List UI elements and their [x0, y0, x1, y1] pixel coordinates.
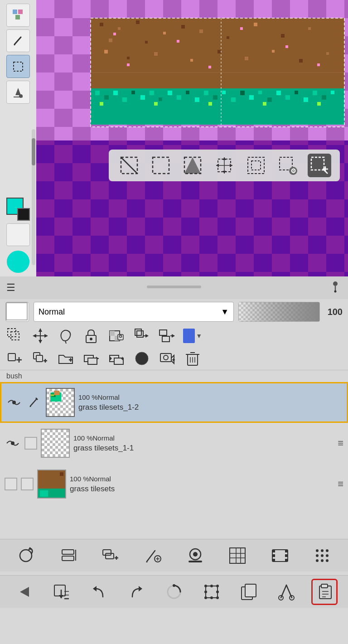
color-mode-btn[interactable]: ▼ — [183, 326, 202, 345]
transform-icon[interactable] — [31, 326, 50, 345]
layer-menu-btn-1[interactable]: ≡ — [338, 437, 343, 449]
merge-icon[interactable] — [132, 326, 151, 345]
svg-rect-180 — [230, 548, 245, 563]
film-btn[interactable] — [267, 542, 293, 569]
svg-line-83 — [121, 157, 137, 174]
dots-grid-btn[interactable] — [309, 542, 335, 569]
svg-rect-56 — [258, 91, 262, 94]
svg-rect-41 — [122, 97, 127, 102]
svg-marker-160 — [29, 406, 31, 407]
layers-btn[interactable] — [55, 542, 81, 569]
paste-btn[interactable] — [311, 579, 338, 605]
add-layer-btn[interactable] — [5, 349, 24, 368]
svg-point-162 — [11, 441, 14, 445]
select-mask-btn[interactable] — [181, 154, 204, 177]
svg-rect-187 — [272, 554, 275, 557]
layer-checkbox-2a[interactable] — [5, 478, 17, 490]
tool-arrow[interactable] — [6, 4, 30, 27]
screenshot-btn[interactable] — [158, 349, 177, 368]
layer-info-0: 100 %Normal grass tilesets_1-2 — [78, 393, 342, 412]
svg-rect-29 — [326, 52, 329, 55]
delete-layer-btn[interactable] — [183, 349, 202, 368]
blend-mode-label: Normal — [39, 307, 65, 317]
svg-rect-130 — [8, 353, 15, 361]
tool-select-rect[interactable] — [6, 55, 30, 78]
open-folder-btn[interactable] — [56, 349, 75, 368]
add-3d-layer-btn[interactable] — [31, 349, 50, 368]
color-indicator[interactable] — [6, 198, 30, 221]
svg-rect-50 — [204, 91, 208, 95]
svg-rect-66 — [154, 102, 158, 106]
layer-info-1: 100 %Normal grass tilesets_1-1 — [73, 434, 334, 453]
select-layer-icon[interactable] — [5, 326, 24, 345]
merge2-icon[interactable] — [158, 326, 177, 345]
copy-to-layer-btn[interactable] — [107, 349, 126, 368]
svg-rect-64 — [331, 91, 334, 94]
pen-settings-btn[interactable] — [140, 542, 166, 569]
stamp-btn[interactable] — [182, 542, 208, 569]
svg-marker-110 — [39, 328, 42, 332]
drag-handle[interactable] — [147, 286, 201, 288]
back-btn[interactable] — [10, 579, 37, 605]
svg-point-163 — [20, 550, 32, 562]
svg-point-196 — [321, 554, 324, 557]
blend-layers-btn[interactable] — [97, 542, 124, 569]
layer-item-grass-tilesets[interactable]: 100 %Normal grass tilesets ≡ — [0, 464, 348, 504]
size-slider[interactable] — [32, 129, 35, 265]
layer-visibility-btn-1[interactable] — [5, 435, 21, 451]
tool-fill[interactable] — [6, 81, 30, 104]
svg-rect-34 — [127, 63, 130, 66]
svg-rect-21 — [104, 50, 108, 53]
layer-visibility-btn-0[interactable] — [6, 394, 22, 411]
select-shrink-btn[interactable] — [244, 154, 268, 177]
layer-item-grass-1-2[interactable]: 100 %Normal grass tilesets_1-2 — [0, 382, 348, 423]
layer-color-btn[interactable] — [5, 302, 29, 322]
layer-checkbox-2b[interactable] — [21, 478, 34, 490]
svg-rect-36 — [317, 63, 320, 66]
eyedropper-btn[interactable] — [329, 280, 342, 295]
layer-thumbnail-1 — [41, 429, 70, 458]
layer-list: bush — [0, 370, 348, 504]
fill-layer-btn[interactable] — [132, 349, 151, 368]
select-rect-btn[interactable] — [149, 154, 173, 177]
layer-checkbox-1[interactable] — [24, 437, 37, 450]
select-expand-btn[interactable] — [213, 154, 236, 177]
svg-rect-58 — [276, 91, 281, 95]
redo-btn[interactable] — [123, 579, 150, 605]
layer-action-row: ▼ — [0, 324, 348, 347]
layer-menu-btn-2[interactable]: ≡ — [338, 478, 343, 490]
import-btn[interactable] — [48, 579, 74, 605]
svg-rect-43 — [140, 95, 145, 100]
svg-point-214 — [216, 585, 219, 587]
select-add-btn[interactable] — [308, 154, 331, 177]
layer-edit-btn-0[interactable] — [26, 394, 42, 411]
hamburger-menu[interactable]: ☰ — [6, 282, 15, 294]
select-none-btn[interactable] — [117, 154, 141, 177]
blend-mode-dropdown[interactable]: Normal ▼ — [34, 302, 234, 322]
tool-pencil[interactable] — [6, 29, 30, 53]
svg-point-195 — [316, 554, 319, 557]
opacity-bar[interactable] — [238, 302, 320, 322]
canvas-area[interactable]: ⚙ — [0, 0, 348, 276]
move-layer-btn[interactable] — [82, 349, 101, 368]
cut-btn[interactable] — [274, 579, 300, 605]
grid-btn[interactable] — [224, 542, 251, 569]
svg-marker-201 — [20, 587, 29, 597]
lock-icon[interactable] — [82, 326, 101, 345]
select-settings-btn[interactable]: ⚙ — [276, 154, 300, 177]
rotate-btn[interactable] — [13, 542, 39, 569]
undo-btn[interactable] — [86, 579, 112, 605]
loading-btn[interactable] — [161, 579, 187, 605]
checkerboard-btn[interactable] — [6, 223, 30, 247]
svg-rect-186 — [272, 550, 275, 552]
lasso-icon[interactable] — [56, 326, 75, 345]
svg-rect-38 — [95, 91, 100, 95]
bg-color[interactable] — [17, 208, 30, 221]
copy-btn[interactable] — [236, 579, 262, 605]
transform-btn[interactable] — [198, 579, 225, 605]
layer-name-2: grass tilesets — [70, 484, 334, 494]
panel-header: ☰ — [0, 276, 348, 299]
layer-item-grass-1-1[interactable]: 100 %Normal grass tilesets_1-1 ≡ — [0, 423, 348, 464]
checker-lock-icon[interactable] — [107, 326, 126, 345]
svg-point-149 — [164, 355, 168, 360]
